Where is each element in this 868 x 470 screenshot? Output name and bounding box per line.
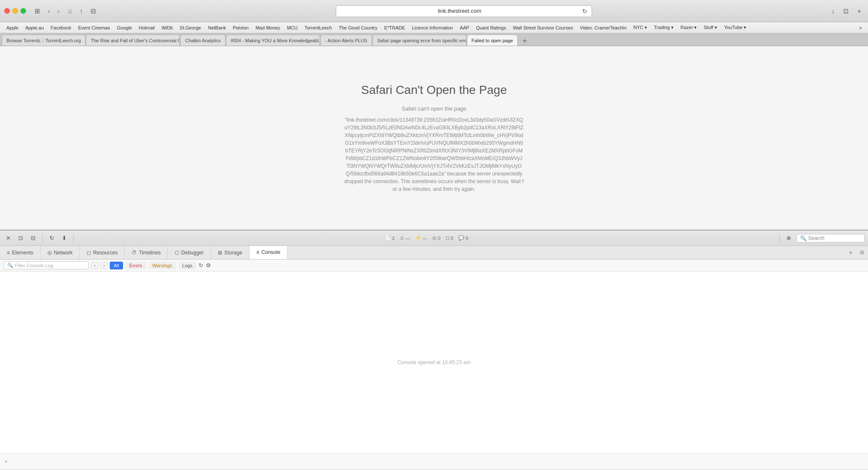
forward-button[interactable]: › [55,6,62,16]
tab-overview-button[interactable]: ⊡ [841,6,851,16]
console-filter-errors-button[interactable]: Errors [126,262,146,269]
tabs-button[interactable]: ⊟ [88,6,99,16]
console-prev-button[interactable]: ‹ [91,262,98,269]
bookmark-event-cinemas[interactable]: Event Cinemas [75,24,113,31]
tab-label: Chalkin Analytics [185,38,220,43]
download-button[interactable]: ↓ [829,6,838,16]
new-tab-plus-button[interactable]: + [520,37,530,46]
minimize-button[interactable] [12,8,18,14]
bookmark-trading[interactable]: Trading ▾ [651,24,677,31]
bookmark-razer[interactable]: Razer ▾ [677,24,700,31]
status-resources: ◎ 0 [432,235,440,241]
bookmark-torrentleech[interactable]: TorrentLeech [302,24,335,31]
elements-label: Elements [12,250,33,256]
bookmark-wall-street[interactable]: Wall Street Survivor Courses [510,24,576,31]
devtools-split-button[interactable]: ⊟ [28,234,38,242]
bookmark-imdb[interactable]: IMDb [158,24,176,31]
tab-failed[interactable]: Failed to open page [467,35,518,46]
console-input-area[interactable]: › [0,453,868,469]
back-button[interactable]: ‹ [45,6,53,16]
warning-val: — [422,236,427,241]
devtools-tab-console[interactable]: ≡ Console [249,246,287,259]
devtools-tab-timelines[interactable]: ⏱ Timelines [125,246,168,259]
tabs-bar: Browse Torrents :: TorrentLeech.org The … [0,33,868,46]
console-filter-warnings-button[interactable]: Warnings [149,262,176,269]
messages-val: 0 [466,236,468,241]
tab-label: The Rise and Fall of Uber's Controversia… [91,38,180,43]
tab-004[interactable]: #004 - Making YOU a More Knowledgeabl... [226,35,320,46]
devtools-tab-debugger[interactable]: ⬡ Debugger [168,246,211,259]
devtools-reload-button[interactable]: ↻ [47,234,57,242]
cache-icon: ◻ [446,235,449,241]
devtools-settings-button[interactable]: ⚙ [856,249,868,256]
devtools-search-box[interactable]: 🔍 Search [796,234,865,242]
bookmark-stgeorge[interactable]: St.George [177,24,204,31]
maximize-button[interactable] [21,8,26,14]
bookmark-etrade[interactable]: E*TRADE [381,24,408,31]
storage-icon: ⊞ [218,250,222,256]
home-button[interactable]: ⌂ [65,6,74,16]
status-docs: 📄 2 [385,235,395,241]
bookmarks-overflow[interactable]: » [856,24,865,32]
console-icon: ≡ [256,249,259,255]
status-cache: ◻ 0 [446,235,453,241]
bookmark-google[interactable]: Google [114,24,135,31]
devtools-close-button[interactable]: ✕ [3,234,13,242]
devtools-compass-button[interactable]: ⊕ [784,234,794,242]
devtools-status: 📄 2 ⚠ — ⚡ — ◎ 0 ◻ 0 💬 0 [78,235,775,241]
console-settings2-button[interactable]: ⚙ [206,262,211,269]
devtools-tab-elements[interactable]: ≡ Elements [0,246,41,259]
console-content: Console opened at 10:45:23 am [0,271,868,453]
devtools-tab-network[interactable]: ◎ Network [41,246,80,259]
bookmark-stuff[interactable]: Stuff ▾ [701,24,720,31]
resources-label: Resources [93,250,117,256]
bookmark-mcu[interactable]: MCU [284,24,301,31]
toolbar-right: ↓ ⊡ + [829,6,864,16]
sidebar-toggle-button[interactable]: ⊞ [32,6,43,16]
bookmark-licence-information[interactable]: Licence Information [409,24,456,31]
share-button[interactable]: ↑ [77,6,85,16]
tab-torrentleech[interactable]: Browse Torrents :: TorrentLeech.org [2,35,85,46]
browser-content: Safari Can't Open the Page Safari can't … [0,46,868,230]
console-filter-logs-button[interactable]: Logs [179,262,196,269]
debugger-label: Debugger [181,250,204,256]
console-caret: › [5,458,7,464]
devtools-undock-button[interactable]: ⊡ [16,234,26,242]
tab-chalkin[interactable]: Chalkin Analytics [180,35,225,46]
bookmark-aap[interactable]: AAP [457,24,472,31]
filter-console-input[interactable]: 🔍 Filter Console Log [3,261,89,269]
bookmark-quant-ratings[interactable]: Quant Ratings [473,24,509,31]
tab-uber[interactable]: The Rise and Fall of Uber's Controversia… [86,35,180,46]
console-refresh-button[interactable]: ↻ [199,262,203,269]
bookmark-hotmail[interactable]: Hotmail [136,24,158,31]
reload-button[interactable]: ↻ [582,8,587,15]
title-bar: ⊞ ‹ › ⌂ ↑ ⊟ link.thestreet.com ↻ ↓ ⊡ + [0,0,868,22]
bookmark-cramer[interactable]: Video: CramerTeachIn [577,24,630,31]
bookmark-mad-money[interactable]: Mad Money [252,24,283,31]
bookmark-netbank[interactable]: NetBank [205,24,229,31]
bookmark-nyc[interactable]: NYC ▾ [630,24,650,31]
tab-safari-error[interactable]: Safari page opening error from specific … [372,35,466,46]
bookmark-apple-au[interactable]: Apple.au [22,24,47,31]
bookmark-good-country[interactable]: The Good Country [336,24,381,31]
bookmark-facebook[interactable]: Facebook [48,24,74,31]
devtools-tab-resources[interactable]: ◻ Resources [80,246,125,259]
devtools-download-button[interactable]: ⬇ [59,234,69,242]
traffic-lights [4,8,26,14]
close-button[interactable] [4,8,10,14]
new-tab-button[interactable]: + [855,6,864,16]
bookmark-apple[interactable]: Apple [3,24,21,31]
doc-count: 2 [392,236,395,241]
bookmark-youtube[interactable]: YouTube ▾ [721,24,749,31]
devtools-add-tab-button[interactable]: + [845,249,856,257]
search-placeholder-text: Search [808,235,824,241]
address-bar[interactable]: link.thestreet.com ↻ [336,5,592,17]
tab-label: Safari page opening error from specific … [377,38,466,43]
bookmark-peloton[interactable]: Peloton [230,24,252,31]
tab-action-alerts[interactable]: - Action Alerts PLUS [320,35,372,46]
devtools-tab-storage[interactable]: ⊞ Storage [211,246,249,259]
nav-controls: ⊞ ‹ › [32,6,62,16]
status-warnings-toolbar: ⚡ — [415,235,427,241]
console-next-button[interactable]: › [101,262,108,269]
console-filter-all-button[interactable]: All [110,262,123,269]
